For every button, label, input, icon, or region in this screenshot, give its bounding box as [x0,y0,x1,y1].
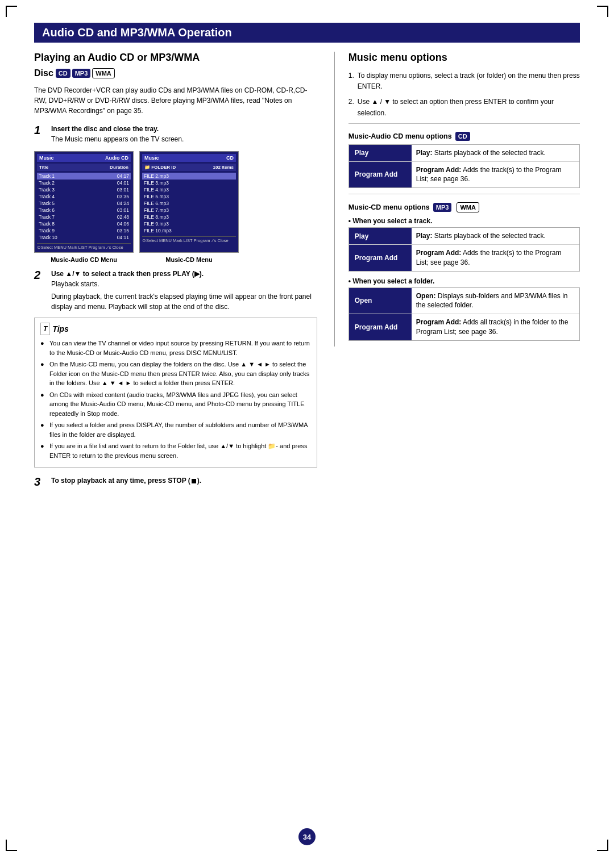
music-cd-section-label: Music-CD menu options MP3 WMA [349,202,580,212]
screen-right-row-8: FILE 9.mp3 [142,220,236,227]
menu-screenshots: MusicAudio CD TitleDuration Track 104:17… [34,151,317,253]
section-header: Audio CD and MP3/WMA Operation [34,23,580,43]
tip-4-text: If you select a folder and press DISPLAY… [49,420,311,439]
badge-mp3: MP3 [72,69,91,78]
cd-folder-open-val: Open: Displays sub-folders and MP3/WMA f… [412,288,579,314]
cd-folder-program-add-val: Program Add: Adds all track(s) in the fo… [412,314,579,340]
tips-title: T Tips [40,323,311,335]
screen-left-row-3: Track 303:01 [37,186,131,193]
step-3: 3 To stop playback at any time, press ST… [34,475,317,488]
step-1-content: Insert the disc and close the tray. The … [51,124,184,144]
audio-cd-program-add-key: Program Add [349,162,412,188]
disc-badge-row: Disc CD MP3 WMA [34,68,317,78]
step-2-sub: Playback starts. [51,279,317,289]
audio-cd-option-play: Play Play: Starts playback of the select… [349,145,579,162]
music-audio-cd-section-label: Music-Audio CD menu options CD [349,132,580,141]
tip-1-text: You can view the TV channel or video inp… [49,339,311,357]
screen-left-row-1: Track 104:17 [37,173,131,180]
tip-1-bullet: ● [40,339,46,348]
screen-left-row-7: Track 702:48 [37,214,131,220]
screen-left-row-6: Track 603:01 [37,207,131,214]
step-1-title: Insert the disc and close the tray. [51,124,184,134]
step-1-body: The Music menu appears on the TV screen. [51,134,184,144]
step-2-content: Use ▲/▼ to select a track then press PLA… [51,269,317,312]
screen-left-row-9: Track 903:15 [37,227,131,234]
intro-text: The DVD Recorder+VCR can play audio CDs … [34,85,317,116]
music-cd-label-text: Music-CD menu options [349,203,430,211]
screen-left-col-header: TitleDuration [37,164,131,171]
cd-folder-program-add-key: Program Add [349,314,412,340]
audio-cd-play-val: Play: Starts playback of the selected tr… [412,145,579,161]
step-3-content: To stop playback at any time, press STOP… [51,475,201,486]
screen-right-header: MusicCD [142,154,236,162]
step-3-number: 3 [34,475,47,488]
num-2-text: Use ▲ / ▼ to select an option then press… [358,97,580,118]
right-heading: Music menu options [349,52,580,64]
screen-right-footer: ⊙Select MENU Mark LIST Program ♪'s Close [142,236,236,243]
cd-folder-option-program-add: Program Add Program Add: Adds all track(… [349,314,579,340]
screen-left-row-10: Track 1004:11 [37,234,131,241]
screen-right-row-4: FILE 5.mp3 [142,193,236,200]
tip-5: ● If you are in a file list and want to … [40,441,311,460]
music-audio-cd-options-table: Play Play: Starts playback of the select… [349,144,580,188]
music-audio-cd-screen: MusicAudio CD TitleDuration Track 104:17… [34,151,134,253]
cd-track-play-key: Play [349,228,412,244]
tip-5-bullet: ● [40,441,46,451]
audio-cd-play-key: Play [349,145,412,161]
tip-5-text: If you are in a file list and want to re… [49,441,311,460]
music-audio-cd-badge: CD [455,132,470,141]
badge-cd: CD [56,69,70,78]
num-1-text: To display menu options, select a track … [358,70,580,92]
audio-cd-option-program-add: Program Add Program Add: Adds the track(… [349,162,579,188]
tip-3: ● On CDs with mixed content (audio track… [40,390,311,419]
screen-left-row-8: Track 804:06 [37,220,131,227]
music-cd-folder-options-table: Open Open: Displays sub-folders and MP3/… [349,287,580,341]
tip-2: ● On the Music-CD menu, you can display … [40,360,311,388]
screen-right-col-header: 📁 FOLDER ID102 Items [142,164,236,171]
screen-left-row-5: Track 504:24 [37,200,131,207]
tip-3-text: On CDs with mixed content (audio tracks,… [49,390,311,419]
screen-right-row-6: FILE 7.mp3 [142,207,236,214]
cd-track-play-val: Play: Starts playback of the selected tr… [412,228,579,244]
tip-2-text: On the Music-CD menu, you can display th… [49,360,311,388]
step-2-title: Use ▲/▼ to select a track then press PLA… [51,269,317,279]
num-1: 1. [349,70,354,92]
badge-wma: WMA [92,68,115,78]
step-2-detail: During playback, the current track's ela… [51,291,317,312]
when-select-folder-label: • When you select a folder. [349,277,580,285]
music-cd-badge-wma: WMA [457,202,479,212]
step-2-number: 2 [34,269,47,281]
screen-left-footer: ⊙Select MENU Mark LIST Program ♪'s Close [37,243,131,250]
screen-right-row-3: FILE 4.mp3 [142,186,236,193]
cd-track-option-program-add: Program Add Program Add: Adds the track(… [349,245,579,271]
screen-label-left: Music-Audio CD Menu [34,256,134,263]
tip-4-bullet: ● [40,420,46,430]
tips-box: T Tips ● You can view the TV channel or … [34,318,317,468]
tip-2-bullet: ● [40,360,46,369]
numbered-item-1: 1. To display menu options, select a tra… [349,70,580,92]
cd-folder-option-open: Open Open: Displays sub-folders and MP3/… [349,288,579,315]
screen-left-row-4: Track 403:35 [37,193,131,200]
screen-right-row-7: FILE 8.mp3 [142,214,236,220]
screen-left-header: MusicAudio CD [37,154,131,162]
numbered-item-2: 2. Use ▲ / ▼ to select an option then pr… [349,97,580,118]
step-2: 2 Use ▲/▼ to select a track then press P… [34,269,317,312]
cd-track-program-add-key: Program Add [349,245,412,271]
cd-track-program-add-val: Program Add: Adds the track(s) to the Pr… [412,245,579,271]
step-1-number: 1 [34,124,47,136]
cd-folder-open-key: Open [349,288,412,314]
left-column: Playing an Audio CD or MP3/WMA Disc CD M… [34,52,317,494]
subsection-title: Playing an Audio CD or MP3/WMA [34,52,317,64]
screen-right-row-9: FILE 10.mp3 [142,227,236,234]
music-cd-track-options-table: Play Play: Starts playback of the select… [349,227,580,271]
tip-3-bullet: ● [40,390,46,400]
page-number: 34 [298,828,316,845]
screen-label-right: Music-CD Menu [139,256,239,263]
audio-cd-program-add-val: Program Add: Adds the track(s) to the Pr… [412,162,579,188]
tip-1: ● You can view the TV channel or video i… [40,339,311,357]
step-3-title: To stop playback at any time, press STOP… [51,475,201,486]
tip-4: ● If you select a folder and press DISPL… [40,420,311,439]
screen-right-row-2: FILE 3.mp3 [142,180,236,186]
music-cd-screen: MusicCD 📁 FOLDER ID102 Items FILE 2.mp3 … [139,151,239,253]
music-audio-cd-label-text: Music-Audio CD menu options [349,132,452,140]
